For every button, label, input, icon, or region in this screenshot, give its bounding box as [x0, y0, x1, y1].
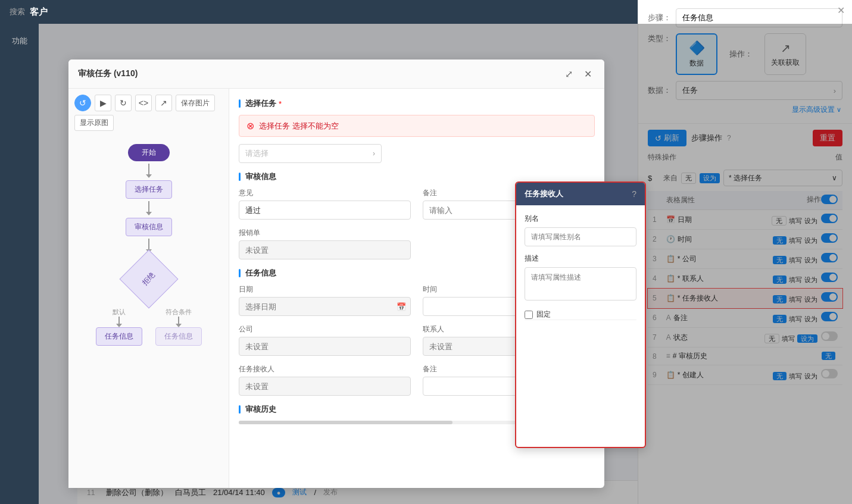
date-input-wrapper: 📅: [239, 297, 411, 316]
flow-arrow-2: [148, 201, 149, 212]
dialog-title: 审核任务 (v110): [78, 68, 138, 79]
date-label: 日期: [239, 284, 411, 295]
main-background: 搜索 客户 功能 审核任务 (v110) ⤢ ✕ ↺ ▶: [0, 0, 852, 504]
select-task-field: 请选择 ›: [239, 144, 595, 163]
report-input[interactable]: [239, 240, 411, 259]
right-panel-close-button[interactable]: ✕: [837, 5, 845, 16]
fixed-label: 固定: [536, 309, 551, 320]
section-bar: [239, 99, 241, 108]
code-flow-button[interactable]: <>: [135, 95, 152, 111]
flow-panel: ↺ ▶ ↻ <> ↗ 保存图片 显示原图 开始: [68, 89, 229, 488]
select-task-node[interactable]: 选择任务: [126, 180, 172, 199]
export-flow-button[interactable]: ↗: [155, 95, 172, 111]
popup-help-icon[interactable]: ?: [632, 189, 636, 199]
popup-fixed-checkbox[interactable]: 固定: [525, 309, 636, 320]
flow-node-start: 开始: [128, 144, 170, 161]
flow-node-audit-info[interactable]: 审核信息: [126, 218, 172, 236]
popup-desc-label: 描述: [525, 253, 636, 264]
save-image-button[interactable]: 保存图片: [176, 95, 215, 111]
flow-arrow-condition: [178, 317, 179, 324]
task-info-title: 任务信息: [245, 268, 276, 278]
task-receiver-input[interactable]: [239, 377, 411, 396]
audit-info-title: 审核信息: [245, 171, 276, 182]
left-sidebar: 功能: [0, 24, 39, 504]
error-message: 选择任务 选择不能为空: [259, 121, 339, 132]
branch-default: 默认 任务信息: [96, 308, 142, 346]
popup-alias-field: 别名: [525, 214, 636, 246]
task-info-left-node[interactable]: 任务信息: [96, 327, 142, 346]
dialog-header: 审核任务 (v110) ⤢ ✕: [68, 60, 604, 89]
task-receiver-label: 任务接收人: [239, 364, 411, 374]
flow-arrow-3: [148, 239, 149, 249]
select-task-input[interactable]: 请选择 ›: [239, 144, 382, 163]
refresh-flow-button[interactable]: ↺: [74, 95, 91, 111]
popup-desc-textarea[interactable]: [525, 267, 636, 300]
flow-arrow-1: [148, 164, 149, 174]
opinion-col: 意见 通过: [239, 188, 411, 220]
show-original-button[interactable]: 显示原图: [74, 115, 114, 131]
select-task-section-header: 选择任务 *: [239, 98, 595, 109]
audit-info-section-header: 审核信息: [239, 171, 595, 182]
content-area: 审核任务 (v110) ⤢ ✕ ↺ ▶ ↻ <> ↗ 保存图片 显示原: [39, 24, 852, 504]
section-bar-4: [239, 405, 241, 414]
scrollbar-thumb: [239, 421, 452, 424]
flow-arrowhead-1: [146, 174, 152, 178]
branch-condition: 符合条件 任务信息: [155, 308, 202, 346]
task-info-right-node[interactable]: 任务信息: [155, 327, 202, 346]
company-label: 公司: [239, 324, 411, 334]
error-icon: ⊗: [246, 120, 254, 132]
company-input[interactable]: [239, 337, 411, 356]
popup-title: 任务接收人: [525, 189, 563, 199]
branch-row: 默认 任务信息 符合条件 任务信息: [89, 308, 208, 346]
opinion-select-wrapper: 通过: [239, 201, 411, 220]
page-title: 客户: [30, 7, 48, 18]
section-bar-2: [239, 173, 241, 181]
section-bar-3: [239, 269, 241, 277]
start-node[interactable]: 开始: [128, 144, 170, 161]
calendar-icon: 📅: [397, 302, 406, 311]
select-arrow-icon: ›: [373, 149, 375, 158]
popup-desc-field: 描述: [525, 253, 636, 302]
dialog-expand-button[interactable]: ⤢: [561, 67, 576, 81]
loop-flow-button[interactable]: ↻: [115, 95, 132, 111]
report-col: 报销单: [239, 228, 411, 259]
search-label: 搜索: [10, 7, 25, 17]
select-placeholder-text: 请选择: [245, 148, 269, 159]
audit-history-title: 审核历史: [245, 404, 276, 415]
opinion-select[interactable]: 通过: [239, 201, 411, 220]
select-task-title: 选择任务: [245, 98, 276, 109]
flow-node-select-task[interactable]: 选择任务: [126, 180, 172, 199]
audit-info-node[interactable]: 审核信息: [126, 218, 172, 236]
flowchart: 开始 选择任务 审核信息: [74, 136, 223, 482]
fixed-checkbox-input[interactable]: [525, 311, 533, 319]
popup-bottom-area: [525, 320, 636, 439]
date-input[interactable]: [239, 297, 411, 316]
task-receiver-popup: 任务接收人 ? 别名 描述 固定: [515, 181, 646, 448]
company-col: 公司: [239, 324, 411, 356]
receiver-col: 任务接收人: [239, 364, 411, 396]
flow-arrowhead-2: [146, 212, 152, 215]
branch-default-label: 默认: [113, 308, 126, 317]
flow-node-reject-container: 拒绝: [128, 255, 170, 303]
report-label: 报销单: [239, 228, 411, 238]
branch-condition-label: 符合条件: [166, 308, 192, 317]
popup-alias-label: 别名: [525, 214, 636, 224]
dialog-header-actions: ⤢ ✕: [561, 67, 595, 81]
flow-arrow-default: [118, 317, 120, 324]
date-col: 日期 📅: [239, 284, 411, 316]
flow-toolbar: ↺ ▶ ↻ <> ↗ 保存图片 显示原图: [74, 95, 223, 131]
popup-body: 别名 描述 固定: [516, 205, 645, 447]
popup-alias-input[interactable]: [525, 227, 636, 246]
dialog-close-button[interactable]: ✕: [581, 67, 595, 81]
required-mark: *: [279, 99, 282, 108]
error-box: ⊗ 选择任务 选择不能为空: [239, 115, 595, 137]
sidebar-func-label: 功能: [10, 31, 30, 51]
popup-header: 任务接收人 ?: [516, 183, 645, 205]
opinion-label: 意见: [239, 188, 411, 198]
play-flow-button[interactable]: ▶: [95, 95, 111, 111]
step-label: 步骤：: [648, 12, 671, 23]
